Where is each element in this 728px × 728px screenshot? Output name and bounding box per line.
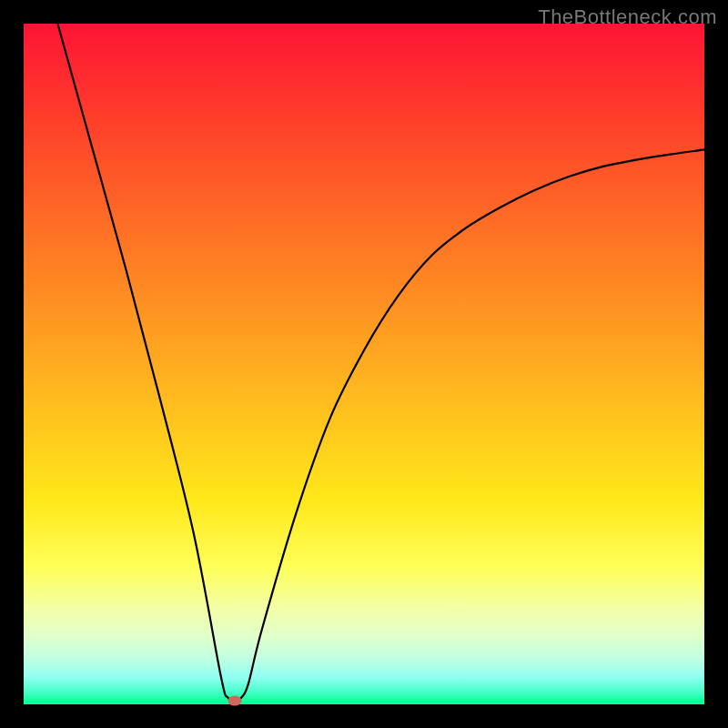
chart-curve-svg xyxy=(24,24,704,704)
chart-plot-area xyxy=(24,24,704,704)
watermark-text: TheBottleneck.com xyxy=(538,5,717,29)
bottleneck-curve-path xyxy=(57,24,704,701)
minimum-marker xyxy=(228,696,241,706)
